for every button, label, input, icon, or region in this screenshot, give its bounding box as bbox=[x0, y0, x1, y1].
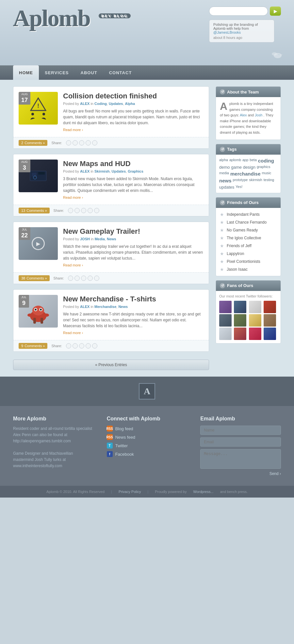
tag-news[interactable]: news bbox=[219, 178, 232, 183]
fan-avatar-3[interactable] bbox=[249, 301, 261, 313]
friend-pixel[interactable]: ★ Pixel Contortionists bbox=[216, 258, 281, 265]
tag-demo[interactable]: demo bbox=[219, 165, 230, 170]
post-cat-alpha[interactable]: Alpha bbox=[125, 102, 135, 106]
post-cat-updates[interactable]: Updates bbox=[109, 102, 123, 106]
privacy-policy-link[interactable]: Privacy Policy bbox=[119, 490, 141, 494]
previous-entries-button[interactable]: « Previous Entries bbox=[13, 360, 209, 370]
comments-btn-merch[interactable]: 9 Comments » bbox=[19, 343, 47, 349]
post-author-link-maps[interactable]: ALEX bbox=[80, 169, 90, 173]
email-name-input[interactable] bbox=[200, 426, 281, 435]
share-circle-me4[interactable] bbox=[86, 343, 91, 348]
nav-contact[interactable]: CONTACT bbox=[103, 65, 138, 80]
wordpress-link[interactable]: Wordpress... bbox=[193, 490, 213, 494]
about-alex-link[interactable]: Alex bbox=[240, 113, 247, 117]
tag-merchandise[interactable]: merchandise bbox=[230, 171, 261, 177]
fan-avatar-11[interactable] bbox=[249, 328, 261, 340]
share-circle-m4[interactable] bbox=[88, 208, 93, 213]
tag-updates[interactable]: updates bbox=[219, 185, 234, 190]
about-josh-link[interactable]: Josh bbox=[255, 113, 262, 117]
share-circle-1[interactable] bbox=[66, 140, 71, 145]
fan-avatar-12[interactable] bbox=[264, 328, 276, 340]
fan-avatar-5[interactable] bbox=[219, 314, 232, 327]
share-circle-me2[interactable] bbox=[73, 343, 78, 348]
tag-aplomb[interactable]: aplomb bbox=[229, 158, 241, 163]
share-circle-t5[interactable] bbox=[94, 276, 99, 281]
email-message-input[interactable] bbox=[200, 449, 281, 469]
tweet-user-link[interactable]: @JamesLBrooks bbox=[213, 30, 241, 34]
share-circle-me5[interactable] bbox=[92, 343, 97, 348]
friend-igloo[interactable]: ★ The Igloo Collective bbox=[216, 234, 281, 242]
share-circle-m2[interactable] bbox=[74, 208, 80, 213]
comments-btn-trailer[interactable]: 38 Comments » bbox=[19, 275, 50, 281]
search-input[interactable] bbox=[209, 7, 268, 16]
post-cat-skirmish[interactable]: Skirmish bbox=[94, 169, 109, 173]
read-more-merch[interactable]: Read more › bbox=[63, 331, 204, 335]
tag-media[interactable]: media bbox=[219, 171, 229, 177]
tag-prototype[interactable]: prototype bbox=[233, 178, 248, 183]
read-more-collision[interactable]: Read more › bbox=[63, 128, 204, 132]
nav-home[interactable]: HOME bbox=[13, 65, 39, 80]
post-cat-graphics[interactable]: Graphics bbox=[128, 169, 143, 173]
connect-facebook[interactable]: f Facebook bbox=[107, 451, 188, 457]
friend-no-games[interactable]: ★ No Games Ready bbox=[216, 226, 281, 234]
tag-music[interactable]: music bbox=[262, 171, 271, 177]
share-circle-t1[interactable] bbox=[68, 276, 73, 281]
email-email-input[interactable] bbox=[200, 437, 281, 447]
tag-app[interactable]: app bbox=[242, 158, 248, 163]
share-circle-t4[interactable] bbox=[88, 276, 93, 281]
share-circle-3[interactable] bbox=[79, 140, 84, 145]
share-circle-t3[interactable] bbox=[81, 276, 86, 281]
post-author-link-trailer[interactable]: JOSH bbox=[80, 237, 90, 241]
search-button[interactable]: ▶ bbox=[270, 7, 281, 16]
comments-btn-collision[interactable]: 2 Comments » bbox=[19, 140, 47, 146]
friend-lappytron[interactable]: ★ Lappytron bbox=[216, 250, 281, 258]
play-button[interactable]: ▶ bbox=[32, 237, 45, 250]
friend-last-chance[interactable]: ★ Last Chance Fernando bbox=[216, 218, 281, 226]
fan-avatar-1[interactable] bbox=[219, 301, 232, 313]
tag-alpha[interactable]: alpha bbox=[219, 158, 228, 163]
post-cat-coding[interactable]: Coding bbox=[94, 102, 107, 106]
share-circle-m1[interactable] bbox=[68, 208, 73, 213]
email-send-button[interactable]: Send › bbox=[270, 471, 281, 476]
post-cat-merchandise[interactable]: Merchandise bbox=[94, 305, 116, 309]
footer-josh-link[interactable]: www.intheinterestoftully.com bbox=[13, 464, 62, 468]
friend-independant-pants[interactable]: ★ Independant Pants bbox=[216, 211, 281, 218]
comments-btn-maps[interactable]: 13 Comments » bbox=[19, 208, 50, 213]
share-circle-4[interactable] bbox=[86, 140, 91, 145]
fan-avatar-6[interactable] bbox=[234, 314, 246, 327]
fan-avatar-8[interactable] bbox=[264, 314, 276, 327]
nav-about[interactable]: ABOUT bbox=[75, 65, 103, 80]
share-circle-m5[interactable] bbox=[94, 208, 99, 213]
connect-blog-feed[interactable]: RSS Blog feed bbox=[107, 426, 188, 432]
tag-skirmish[interactable]: skirmish bbox=[249, 178, 262, 183]
fan-avatar-9[interactable] bbox=[219, 328, 232, 340]
read-more-maps[interactable]: Read more › bbox=[63, 195, 204, 199]
fan-avatar-7[interactable] bbox=[249, 314, 261, 327]
share-circle-5[interactable] bbox=[92, 140, 97, 145]
post-cat-updates2[interactable]: Updates bbox=[112, 169, 126, 173]
share-circle-t2[interactable] bbox=[74, 276, 80, 281]
tag-coding[interactable]: coding bbox=[258, 158, 274, 163]
friend-jeff[interactable]: ★ Friends of Jeff bbox=[216, 242, 281, 250]
tag-beta[interactable]: beta bbox=[250, 158, 256, 163]
tag-game-design[interactable]: game design bbox=[231, 165, 255, 170]
fan-avatar-4[interactable] bbox=[264, 301, 276, 313]
share-circle-m3[interactable] bbox=[81, 208, 86, 213]
connect-twitter[interactable]: T Twitter bbox=[107, 443, 188, 449]
read-more-trailer[interactable]: Read more › bbox=[63, 263, 204, 267]
footer-alex-link[interactable]: http://alexpenngames.tumblr.com bbox=[13, 439, 71, 443]
share-circle-me1[interactable] bbox=[66, 343, 71, 348]
connect-news-feed[interactable]: RSS News feed bbox=[107, 434, 188, 440]
friend-jason[interactable]: ★ Jason Isaac bbox=[216, 265, 281, 273]
tag-graphics[interactable]: graphics bbox=[257, 165, 270, 170]
tag-testing[interactable]: testing bbox=[264, 178, 274, 183]
fan-avatar-10[interactable] bbox=[234, 328, 246, 340]
nav-services[interactable]: SERVICES bbox=[39, 65, 75, 80]
post-author-link-merch[interactable]: ALEX bbox=[80, 305, 90, 309]
tag-yes[interactable]: Yes! bbox=[236, 185, 242, 190]
post-cat-media[interactable]: Media bbox=[95, 237, 105, 241]
share-circle-me3[interactable] bbox=[79, 343, 84, 348]
post-author-link-collision[interactable]: ALEX bbox=[80, 102, 90, 106]
post-cat-news2[interactable]: News bbox=[118, 305, 128, 309]
fan-avatar-2[interactable] bbox=[234, 301, 246, 313]
